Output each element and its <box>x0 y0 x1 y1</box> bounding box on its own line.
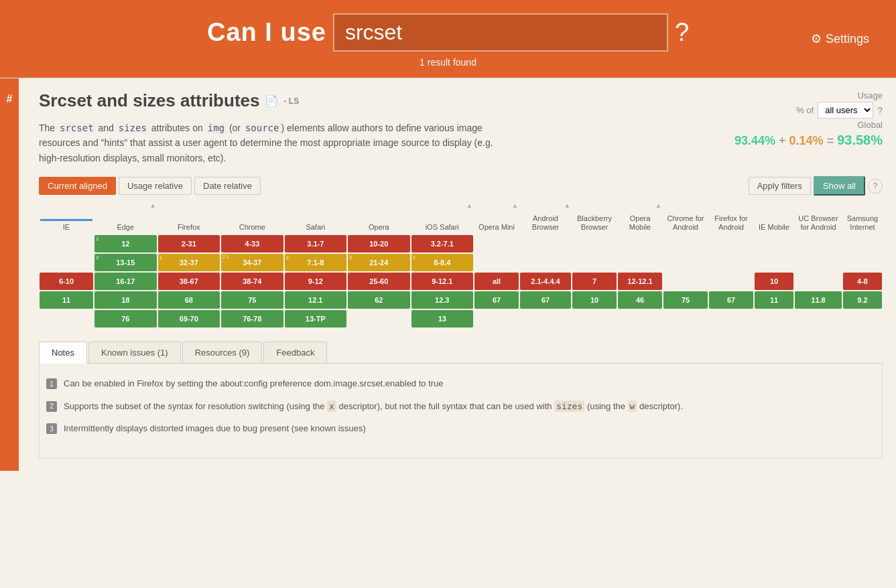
cell-iem-11[interactable]: 11 <box>755 291 793 309</box>
cell-opm-12[interactable]: 12-12.1 <box>618 273 662 290</box>
cell-op-21-24[interactable]: 221-24 <box>348 254 410 271</box>
cell-opmini-67[interactable]: 67 <box>474 291 519 309</box>
browser-header-opera: Opera <box>347 201 411 234</box>
cell-chr-76-78[interactable]: 76-78 <box>221 310 283 327</box>
cell-bb-10[interactable]: 10 <box>572 291 617 309</box>
settings-label: Settings <box>826 32 869 46</box>
cell-iem-empty2 <box>755 254 793 271</box>
cell-ios-13[interactable]: 13 <box>411 310 474 327</box>
cell-andr-2-4[interactable]: 2.1-4.4.4 <box>520 273 571 290</box>
cell-ff-32-37[interactable]: 132-37 <box>158 254 220 271</box>
note-text-1: Can be enabled in Firefox by setting the… <box>64 377 444 390</box>
cell-andr-empty2 <box>520 254 571 271</box>
cell-saf-3-7[interactable]: 3.1-7 <box>285 235 347 252</box>
browser-header-android: ▲ Android Browser <box>519 201 572 234</box>
cell-chr-34-37[interactable]: 2 134-37 <box>221 254 283 271</box>
cell-sam-9[interactable]: 9.2 <box>843 291 882 309</box>
cell-saf-13-tp[interactable]: 13-TP <box>285 310 347 327</box>
code-sizes-note: sizes <box>554 400 584 412</box>
cell-saf-12-1[interactable]: 12.1 <box>285 291 347 309</box>
cell-op-10-20[interactable]: 10-20 <box>348 235 410 252</box>
usage-label: Usage <box>695 90 883 100</box>
cell-ios-9-12[interactable]: 9-12.1 <box>411 273 474 290</box>
browser-col-uc-browser: UC Browser for Android 11.8 <box>794 201 842 328</box>
cell-chr-38-74[interactable]: 38-74 <box>221 273 283 290</box>
spec-icon[interactable]: 📄 <box>265 94 278 107</box>
tab-feedback[interactable]: Feedback <box>263 342 327 363</box>
cell-uc-11[interactable]: 11.8 <box>795 291 842 309</box>
browser-grid: IE 6-10 11 ▲ Edge 212 213-15 16-17 18 76 <box>39 201 883 328</box>
browser-col-chrome: Chrome 4-33 2 134-37 38-74 75 76-78 <box>220 201 284 328</box>
cell-ff-2-31[interactable]: 2-31 <box>158 235 220 252</box>
cell-opmini-empty2 <box>474 254 519 271</box>
usage-partial-pct: 0.14% <box>789 134 824 147</box>
cell-ff-38-67[interactable]: 38-67 <box>158 273 220 290</box>
current-aligned-btn[interactable]: Current aligned <box>39 177 116 195</box>
help-icon[interactable]: ? <box>675 18 689 47</box>
cell-bb-7[interactable]: 7 <box>572 273 617 290</box>
cell-ios-8[interactable]: 28-8.4 <box>411 254 474 271</box>
ls-badge: - LS <box>283 96 299 106</box>
cell-chr-4-33[interactable]: 4-33 <box>221 235 283 252</box>
cell-edge-13-15[interactable]: 213-15 <box>94 254 157 271</box>
cell-op-62[interactable]: 62 <box>348 291 410 309</box>
cell-opm-46[interactable]: 46 <box>618 291 662 309</box>
sort-icon-edge: ▲ <box>150 202 156 210</box>
sort-icon-ios: ▲ <box>466 202 472 210</box>
browser-col-android: ▲ Android Browser 2.1-4.4.4 67 <box>519 201 572 328</box>
cell-edge-16-17[interactable]: 16-17 <box>94 273 157 290</box>
browser-header-opera-mobile: ▲ Opera Mobile <box>617 201 663 234</box>
cell-saf-9-12[interactable]: 9-12 <box>285 273 347 290</box>
sort-icon-opera-mobile: ▲ <box>655 202 661 210</box>
cell-edge-18[interactable]: 18 <box>94 291 157 309</box>
search-input[interactable] <box>333 13 668 52</box>
browser-col-blackberry: Blackberry Browser 7 10 <box>572 201 617 328</box>
cell-sam-4-8[interactable]: 4-8 <box>843 273 882 290</box>
tab-resources[interactable]: Resources (9) <box>182 342 263 363</box>
user-type-select[interactable]: all users <box>818 102 873 119</box>
usage-relative-btn[interactable]: Usage relative <box>119 177 192 195</box>
cell-andr-67[interactable]: 67 <box>520 291 571 309</box>
usage-numbers: 93.44% + 0.14% = 93.58% <box>695 133 883 148</box>
cell-bb-empty2 <box>572 254 617 271</box>
cell-ca-75[interactable]: 75 <box>663 291 708 309</box>
hash-anchor[interactable]: # <box>0 78 19 471</box>
browser-header-ie: IE <box>39 201 94 234</box>
apply-filters-btn[interactable]: Apply filters <box>749 177 811 195</box>
cell-chr-75[interactable]: 75 <box>221 291 283 309</box>
cell-opmini-all[interactable]: all <box>474 273 519 290</box>
cell-ie-empty3 <box>40 310 93 327</box>
filter-help-icon[interactable]: ? <box>868 179 883 194</box>
cell-opmini-empty3 <box>474 310 519 327</box>
gear-icon: ⚙ <box>811 31 822 46</box>
cell-ios-3-7[interactable]: 3.2-7.1 <box>411 235 474 252</box>
cell-edge-12[interactable]: 212 <box>94 235 157 252</box>
cell-op-25-60[interactable]: 25-60 <box>348 273 410 290</box>
cell-edge-76[interactable]: 76 <box>94 310 157 327</box>
cell-saf-7-8[interactable]: 27.1-8 <box>285 254 347 271</box>
note-item-3: 3 Intermittently displays distorted imag… <box>46 422 875 435</box>
cell-opmini-empty1 <box>474 235 519 252</box>
cell-ie-6-10[interactable]: 6-10 <box>40 273 93 290</box>
usage-help-icon[interactable]: ? <box>877 105 883 116</box>
cell-ca-empty4 <box>663 310 708 327</box>
cell-iem-empty3 <box>755 310 793 327</box>
cell-iem-10[interactable]: 10 <box>755 273 793 290</box>
cell-ff-68[interactable]: 68 <box>158 291 220 309</box>
cell-ff-69-70[interactable]: 69-70 <box>158 310 220 327</box>
cell-iem-empty1 <box>755 235 793 252</box>
browser-col-safari: Safari 3.1-7 27.1-8 9-12 12.1 13-TP <box>284 201 348 328</box>
code-srcset: srcset <box>58 122 96 134</box>
cell-ca-empty2 <box>663 254 708 271</box>
settings-link[interactable]: ⚙ Settings <box>811 31 869 46</box>
note-item-2: 2 Supports the subset of the syntax for … <box>46 400 875 413</box>
show-all-btn[interactable]: Show all <box>814 176 865 196</box>
tab-known-issues[interactable]: Known issues (1) <box>88 342 181 363</box>
cell-fa-67[interactable]: 67 <box>709 291 753 309</box>
cell-ios-12-3[interactable]: 12.3 <box>411 291 474 309</box>
cell-op-empty <box>348 310 410 327</box>
cell-ie-11[interactable]: 11 <box>40 291 93 309</box>
tab-notes[interactable]: Notes <box>39 342 87 364</box>
date-relative-btn[interactable]: Date relative <box>194 177 261 195</box>
sort-icon-android: ▲ <box>564 202 570 210</box>
